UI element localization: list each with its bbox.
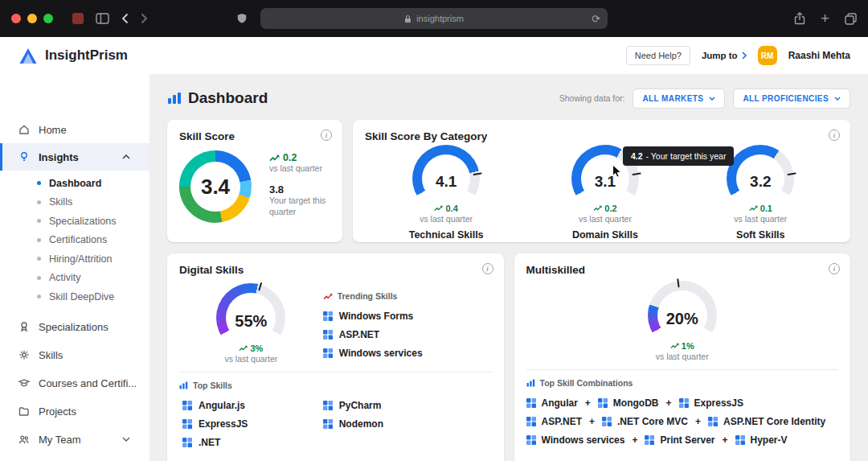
card-title: Multiskilled (526, 264, 839, 276)
info-icon[interactable]: i (829, 130, 840, 141)
sidebar-item-specializations[interactable]: Specializations (0, 313, 149, 341)
bullet-icon (37, 219, 41, 223)
main-content: Dashboard Showing data for: ALL MARKETS … (149, 74, 868, 461)
bullet-icon (37, 276, 41, 280)
trend-up-icon (269, 154, 280, 162)
skill-label: Angular (542, 397, 578, 409)
trending-skill-item: ASP.NET (323, 325, 492, 344)
skill-score-by-category-card: Skill Score By Category i 4.2 - Your tar… (353, 120, 850, 242)
sidebar-item-label: My Team (39, 434, 81, 446)
window-fullscreen-button[interactable] (43, 14, 53, 23)
jump-to-button[interactable]: Jump to (702, 51, 747, 60)
plus-separator: + (585, 397, 591, 409)
sidebar-subitem-activity[interactable]: Activity (0, 269, 149, 288)
skill-label: Print Server (660, 434, 714, 446)
sidebar-item-home[interactable]: Home (0, 116, 149, 143)
subitem-label: Dashboard (49, 178, 101, 189)
window-minimize-button[interactable] (27, 14, 37, 23)
header-actions: Need Help? Jump to RM Raashi Mehta (626, 46, 850, 65)
page-title: Dashboard (188, 89, 268, 107)
top-skill-item: ExpressJS (182, 414, 323, 433)
skill-label: Windows Forms (339, 311, 414, 322)
markets-filter-dropdown[interactable]: ALL MARKETS (633, 88, 725, 109)
brand[interactable]: InsightPrism (18, 47, 128, 65)
back-button[interactable] (121, 13, 129, 24)
bullet-icon (37, 238, 41, 242)
avatar[interactable]: RM (758, 46, 777, 65)
top-skills-icon (179, 381, 188, 389)
window-close-button[interactable] (11, 14, 21, 23)
sidebar-item-label: Courses and Certifi... (39, 377, 137, 389)
skill-icon (323, 311, 333, 321)
skill-icon (323, 348, 333, 358)
skill-icon (526, 398, 536, 408)
sidebar-subitem-skill-deepdive[interactable]: Skill DeepDive (0, 287, 149, 307)
dashboard-icon (167, 92, 182, 105)
sidebar-item-courses-certifications[interactable]: Courses and Certifi... (0, 369, 149, 397)
extension-icon[interactable] (72, 13, 84, 24)
bullet-icon (37, 294, 41, 298)
sidebar-subitem-dashboard[interactable]: Dashboard (0, 174, 149, 193)
tooltip-text: - Your target this year (646, 151, 727, 161)
bullet-icon (37, 181, 41, 185)
skill-icon (708, 417, 718, 426)
skill-label: Windows services (339, 348, 423, 359)
sidebar-item-projects[interactable]: Projects (0, 397, 149, 426)
need-help-button[interactable]: Need Help? (626, 46, 690, 65)
skill-combination-row: Windows services + Print Server + Hyper-… (526, 430, 839, 449)
proficiencies-filter-dropdown[interactable]: ALL PROFICIENCIES (733, 88, 850, 109)
sidebar-item-insights[interactable]: Insights (0, 143, 149, 171)
new-tab-icon[interactable]: + (821, 10, 829, 26)
skill-score-target: 3.8 (269, 183, 337, 196)
user-name: Raashi Mehta (788, 50, 850, 61)
info-icon[interactable]: i (829, 263, 840, 274)
sidebar-subitem-certifications[interactable]: Certifications (0, 231, 149, 250)
sidebar-subitem-specializations[interactable]: Specializations (0, 212, 149, 231)
trend-up-icon (239, 345, 248, 352)
sidebar-item-skills[interactable]: Skills (0, 341, 149, 369)
shield-icon[interactable] (236, 12, 248, 28)
address-bar[interactable]: insightprism ⟳ (260, 8, 608, 29)
skill-label: MongoDB (613, 397, 659, 409)
showing-data-label: Showing data for: (559, 93, 625, 103)
digital-skills-card: Digital Skills i 55% 3% (167, 253, 504, 461)
share-icon[interactable] (794, 12, 805, 25)
gauge-change: 1% (682, 341, 694, 351)
skill-icon (323, 419, 333, 429)
app-header: InsightPrism Need Help? Jump to RM Raash… (0, 37, 868, 74)
sidebar-toggle-icon[interactable] (96, 13, 109, 24)
trend-up-icon (749, 205, 758, 212)
gauge-value: 4.1 (412, 145, 480, 212)
digital-skills-gauge: 55% 3% (216, 283, 285, 352)
team-icon (18, 433, 31, 446)
top-skill-item: PyCharm (323, 396, 492, 414)
change-period-label: vs last quarter (269, 163, 337, 173)
trend-up-icon (593, 205, 602, 212)
info-icon[interactable]: i (482, 263, 493, 274)
skill-icon (323, 401, 333, 410)
sidebar-subitem-hiring-attrition[interactable]: Hiring/Attrition (0, 249, 149, 269)
soft-skills-gauge: 3.2 0.1 (727, 145, 794, 212)
gauge-change: 0.4 (445, 204, 457, 213)
skill-icon (526, 417, 536, 426)
lock-icon (404, 14, 411, 23)
skill-label: Angular.js (199, 400, 245, 411)
skill-combination-row: ASP.NET + .NET Core MVC + ASP.NET Core I… (526, 412, 839, 430)
skill-score-card: Skill Score i 3.4 0.2 vs last quar (167, 120, 342, 242)
sidebar-subitem-skills[interactable]: Skills (0, 193, 149, 212)
skill-label: ASP.NET Core Identity (723, 416, 825, 427)
tabs-overview-icon[interactable] (845, 13, 857, 25)
top-skill-item: .NET (182, 433, 323, 451)
trending-skills-icon (323, 293, 333, 300)
skill-label: ASP.NET (339, 329, 379, 340)
info-icon[interactable]: i (321, 130, 332, 141)
skill-label: .NET Core MVC (617, 416, 688, 427)
subitem-label: Skills (49, 196, 72, 208)
reload-icon[interactable]: ⟳ (592, 13, 600, 25)
top-skill-combinations-icon (526, 379, 535, 387)
sidebar-item-my-team[interactable]: My Team (0, 426, 149, 454)
subitem-label: Activity (49, 272, 81, 283)
forward-button[interactable] (141, 13, 148, 24)
skill-score-value: 3.4 (179, 150, 252, 223)
gauge-change: 0.2 (604, 204, 616, 213)
